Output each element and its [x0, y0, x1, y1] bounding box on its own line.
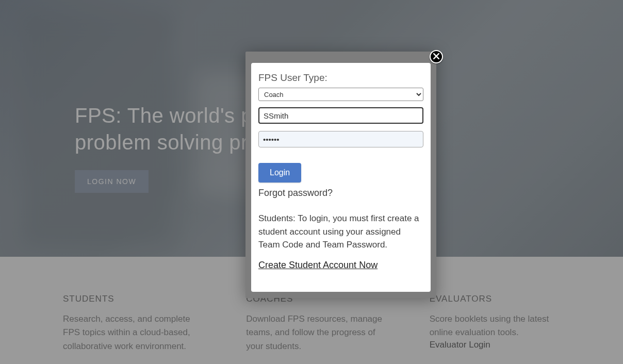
close-button[interactable] — [430, 50, 443, 63]
login-modal: FPS User Type: Coach Login Forgot passwo… — [251, 63, 431, 292]
create-student-account-link[interactable]: Create Student Account Now — [258, 260, 378, 271]
password-input[interactable] — [258, 131, 423, 147]
forgot-password-link[interactable]: Forgot password? — [258, 188, 423, 198]
user-type-label: FPS User Type: — [258, 72, 423, 84]
login-button[interactable]: Login — [258, 163, 301, 183]
close-icon — [433, 52, 439, 61]
user-type-select[interactable]: Coach — [258, 88, 423, 101]
username-input[interactable] — [258, 107, 423, 124]
student-login-message: Students: To login, you must first creat… — [258, 212, 423, 252]
